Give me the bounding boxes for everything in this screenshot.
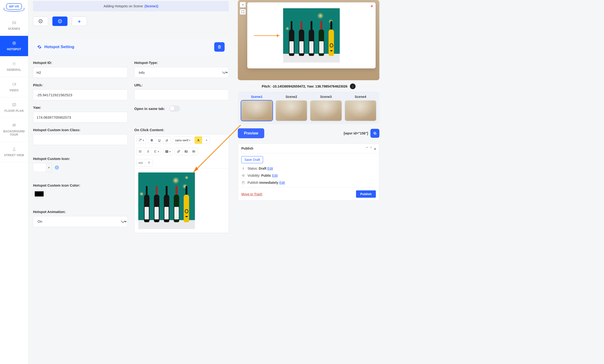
delete-hotspot-button[interactable] [214,42,225,52]
pitch-input[interactable] [33,89,128,100]
publish-box: Publish ˄ ˅ ▴ Save Draft Status: Draft E… [238,143,379,201]
field-animation: Hotspot Animation: On [33,210,128,233]
film-icon [192,150,195,153]
rte-ol-button[interactable] [144,148,152,155]
image-icon [185,150,188,153]
rte-image-button[interactable] [182,148,190,155]
copy-shortcode-button[interactable] [370,129,379,138]
trash-icon [217,45,222,49]
scene-thumb [276,100,307,121]
icon-preview [33,163,46,172]
scene-card-4[interactable]: Scene4 [345,95,376,121]
hotspot-tabs: ＋ [33,16,229,26]
color-swatch[interactable] [33,190,45,198]
rte-font-select[interactable]: sans-serif [173,137,192,144]
nav-label: VIDEO [9,89,19,92]
editor-panel: Adding Hotspots on Scene: (Scene1) ＋ Hot… [28,0,234,359]
nav-street-view[interactable]: STREET VIEW [0,142,28,162]
edit-visibility-link[interactable]: Edit [272,174,278,177]
yaw-input[interactable] [33,112,128,123]
nav-floor-plan[interactable]: FLOOR PLAN [0,97,28,118]
url-input[interactable] [134,89,229,100]
hotspot-id-input[interactable] [33,67,128,78]
scene-card-1[interactable]: Scene1 [241,95,273,121]
nav-label: BACKGROUND TOUR [3,130,25,136]
svg-point-19 [243,175,244,176]
hotspot-tab-1[interactable] [33,16,48,26]
vr-preview[interactable]: − ✕ [238,0,379,80]
nav-general[interactable]: GENERAL [0,56,28,77]
scene-card-2[interactable]: Scene2 [276,95,307,121]
add-hotspot-button[interactable]: ＋ [72,16,87,26]
app-logo: WP VR [0,0,28,15]
hotspot-type-select[interactable]: Info [134,67,229,78]
rte-code-button[interactable]: </> [137,159,145,166]
fullscreen-button[interactable] [240,9,246,15]
animation-select[interactable]: On [33,216,128,227]
panel-up-button[interactable]: ˄ [366,147,368,150]
same-tab-toggle[interactable] [169,105,180,112]
right-column: − ✕ [238,0,384,359]
save-draft-button[interactable]: Save Draft [241,156,263,163]
map-icon [12,103,16,107]
close-icon[interactable]: ✕ [370,4,373,8]
svg-rect-11 [166,150,168,152]
rte-highlight-button[interactable]: A [195,137,202,144]
nav-label: GENERAL [7,68,21,72]
field-hotspot-id: Hotspot ID: [33,61,128,78]
nav-hotspot[interactable]: HOTSPOT [0,36,28,56]
status-row: Status: Draft Edit [241,166,376,170]
rte-video-button[interactable] [190,148,198,155]
scene-card-3[interactable]: Scene3 [310,95,342,121]
image-icon [12,21,16,25]
fullscreen-icon [241,10,244,13]
rte-highlight-dropdown[interactable] [202,137,210,144]
move-to-trash-link[interactable]: Move to Trash [241,192,262,196]
panel-toggle-button[interactable]: ▴ [374,147,376,150]
rte-content[interactable] [135,169,229,233]
edit-status-link[interactable]: Edit [267,166,273,170]
rich-text-editor: B U sans-serif A [134,134,229,233]
panel-down-button[interactable]: ˅ [370,147,372,150]
hotspot-popup: ✕ [247,2,376,68]
scene-thumb [345,100,376,121]
link-icon [177,150,180,153]
rte-magic-button[interactable] [137,137,146,144]
preview-button[interactable]: Preview [238,128,264,138]
nav-background-tour[interactable]: BACKGROUND TOUR [0,118,28,142]
field-hotspot-type: Hotspot-Type: Info [134,61,229,78]
field-custom-icon: Hotspot Custom Icon: ▾ i [33,157,128,178]
rte-align-button[interactable] [152,148,161,155]
download-coords-button[interactable]: ↓ [350,84,355,89]
icon-class-input[interactable] [33,134,128,145]
schedule-row: Publish immediately Edit [241,181,376,185]
table-icon [165,150,168,153]
rte-link-button[interactable] [175,148,182,155]
shortcode-text: [wpvr id="156"] [344,131,368,135]
svg-point-3 [13,63,15,64]
info-icon[interactable]: i [55,165,59,170]
nav-video[interactable]: VIDEO [0,77,28,97]
pin-icon [241,167,245,170]
field-icon-color: Hotspot Custom Icon Color: [33,183,128,204]
rte-help-button[interactable]: ? [145,159,153,166]
publish-button[interactable]: Publish [356,190,376,198]
zoom-out-button[interactable]: − [240,2,246,8]
icon-dropdown[interactable]: ▾ [46,163,52,172]
nav-scenes[interactable]: SCENES [0,15,28,36]
svg-point-7 [14,148,14,148]
edit-schedule-link[interactable]: Edit [279,181,285,185]
rte-ul-button[interactable] [137,148,144,155]
rte-table-button[interactable] [163,148,173,155]
list-ol-icon [146,150,150,153]
svg-rect-20 [242,182,244,184]
field-on-click: On Click Content: B U [134,128,229,233]
nav-label: HOTSPOT [7,48,21,51]
scene-link[interactable]: (Scene1) [145,4,158,8]
rte-underline-button[interactable]: U [156,137,163,144]
scene-banner: Adding Hotspots on Scene: (Scene1) [33,1,229,11]
svg-rect-6 [13,124,16,126]
rte-bold-button[interactable]: B [148,137,156,144]
rte-eraser-button[interactable] [163,137,171,144]
hotspot-tab-2[interactable] [52,16,67,26]
